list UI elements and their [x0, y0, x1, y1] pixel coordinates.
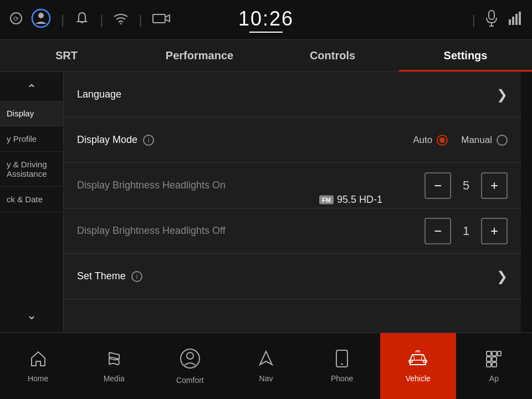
separator-3: |	[139, 12, 142, 28]
set-theme-label: Set Theme i	[77, 270, 497, 282]
svg-point-14	[187, 352, 193, 359]
separator-2: |	[100, 12, 103, 28]
sidebar-item-clock[interactable]: ck & Date	[0, 187, 63, 212]
svg-rect-26	[492, 362, 497, 367]
svg-rect-9	[509, 19, 511, 25]
right-scrollbar	[521, 72, 532, 332]
profile-icon[interactable]	[31, 8, 51, 32]
tab-srt[interactable]: SRT	[0, 40, 133, 71]
camera-icon[interactable]	[152, 12, 170, 28]
settings-content: Language ❯ Display Mode i Auto Manual	[64, 72, 521, 332]
sidebar-item-display[interactable]: Display	[0, 101, 63, 126]
brightness-off-decrement[interactable]: −	[424, 218, 451, 244]
radio-auto-dot[interactable]	[437, 135, 448, 146]
left-edge-icon: ⟳	[9, 11, 23, 29]
home-icon	[29, 349, 48, 371]
svg-rect-23	[487, 357, 491, 361]
bottom-nav-vehicle-label: Vehicle	[406, 374, 431, 383]
radio-auto[interactable]: Auto	[413, 135, 448, 146]
brightness-on-label: Display Brightness Headlights On	[77, 180, 424, 191]
time-underline	[249, 32, 283, 33]
separator-4: |	[472, 12, 475, 28]
brightness-on-value: 5	[458, 178, 474, 193]
bottom-nav-comfort-label: Comfort	[176, 376, 204, 385]
svg-rect-21	[492, 351, 497, 356]
bottom-nav-vehicle[interactable]: Vehicle	[380, 333, 456, 399]
svg-rect-6	[489, 11, 494, 19]
bottom-nav-home[interactable]: Home	[0, 333, 76, 399]
tab-performance[interactable]: Performance	[133, 40, 266, 71]
brightness-on-row: Display Brightness Headlights On − 5 +	[64, 163, 521, 208]
nav-tabs: SRT Performance Controls Settings	[0, 40, 532, 72]
bottom-nav: Home Media Comfort Nav	[0, 332, 532, 399]
brightness-off-increment[interactable]: +	[481, 218, 508, 244]
sidebar-item-profile[interactable]: y Profile	[0, 126, 63, 152]
bottom-nav-media-label: Media	[104, 374, 125, 383]
display-mode-info-icon[interactable]: i	[143, 135, 154, 146]
sidebar-up-button[interactable]: ⌃	[22, 78, 41, 101]
language-row[interactable]: Language ❯	[64, 72, 521, 117]
svg-point-3	[38, 13, 44, 18]
tab-controls[interactable]: Controls	[266, 40, 399, 71]
svg-marker-15	[260, 351, 272, 365]
brightness-off-control: − 1 +	[424, 218, 508, 244]
separator-1: |	[61, 12, 64, 28]
brightness-on-increment[interactable]: +	[481, 172, 508, 199]
media-icon	[105, 349, 124, 371]
brightness-off-label: Display Brightness Headlights Off	[77, 225, 424, 237]
brightness-on-decrement[interactable]: −	[424, 172, 451, 199]
brightness-on-control: − 5 +	[424, 172, 508, 199]
bottom-nav-phone[interactable]: Phone	[304, 333, 380, 399]
svg-point-4	[120, 23, 122, 24]
sidebar-item-driving[interactable]: y & Driving Assistance	[0, 152, 63, 187]
language-chevron: ❯	[497, 87, 508, 103]
radio-manual-dot[interactable]	[497, 135, 508, 146]
svg-rect-5	[153, 14, 165, 23]
status-left-icons: ⟳ | | |	[9, 8, 170, 32]
display-mode-label: Display Mode i	[77, 134, 413, 146]
phone-icon	[334, 349, 350, 371]
set-theme-control[interactable]: ❯	[497, 269, 508, 284]
brightness-off-row: Display Brightness Headlights Off − 1 +	[64, 208, 521, 254]
set-theme-chevron: ❯	[497, 269, 508, 284]
tab-settings[interactable]: Settings	[399, 40, 532, 71]
microphone-icon[interactable]	[484, 9, 499, 30]
bell-icon[interactable]	[74, 11, 90, 29]
time-display-area: 10:26	[238, 7, 294, 33]
display-mode-control: Auto Manual	[413, 135, 508, 146]
svg-rect-25	[487, 362, 491, 367]
bottom-nav-comfort[interactable]: Comfort	[152, 333, 228, 399]
radio-manual[interactable]: Manual	[461, 135, 508, 146]
apps-icon	[484, 349, 503, 371]
display-mode-row: Display Mode i Auto Manual	[64, 117, 521, 163]
svg-rect-10	[512, 17, 514, 25]
set-theme-row[interactable]: Set Theme i ❯	[64, 254, 521, 299]
sidebar-down-button[interactable]: ⌄	[22, 304, 41, 327]
set-theme-info-icon[interactable]: i	[131, 271, 142, 282]
bottom-nav-home-label: Home	[28, 374, 48, 383]
wifi-icon	[113, 12, 129, 28]
comfort-icon	[179, 347, 201, 372]
signal-icon	[508, 11, 523, 29]
bottom-nav-nav-label: Nav	[259, 374, 273, 383]
main-area: ⌃ Display y Profile y & Driving Assistan…	[0, 72, 532, 332]
bottom-nav-nav[interactable]: Nav	[228, 333, 304, 399]
sidebar: ⌃ Display y Profile y & Driving Assistan…	[0, 72, 64, 332]
bottom-nav-phone-label: Phone	[331, 374, 353, 383]
bottom-nav-media[interactable]: Media	[76, 333, 152, 399]
svg-rect-11	[515, 14, 518, 25]
bottom-nav-apps[interactable]: Ap	[456, 333, 532, 399]
language-label: Language	[77, 89, 497, 100]
status-bar: ⟳ | | |	[0, 0, 532, 40]
clock-time: 10:26	[238, 7, 294, 30]
svg-text:⟳: ⟳	[13, 15, 19, 23]
brightness-off-value: 1	[458, 224, 474, 238]
bottom-nav-apps-label: Ap	[489, 374, 499, 383]
svg-rect-22	[498, 351, 501, 356]
svg-rect-24	[492, 357, 497, 361]
language-control[interactable]: ❯	[497, 87, 508, 103]
svg-rect-20	[487, 351, 491, 356]
svg-rect-12	[519, 12, 521, 25]
status-right-icons: |	[472, 9, 523, 30]
nav-icon	[257, 349, 275, 371]
